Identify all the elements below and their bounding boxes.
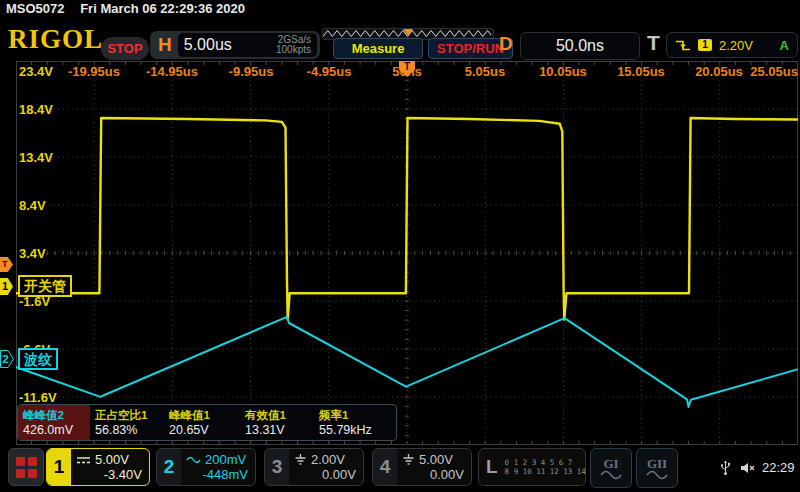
digital-channels-button[interactable]: L 0 1 2 3 4 5 6 7 8 9 10 11 12 13 14 15 — [478, 448, 586, 486]
voltage-label: 8.4V — [19, 198, 46, 213]
measurement-item[interactable]: 频率1 55.79kHz — [314, 405, 394, 440]
ch1-waveform-label[interactable]: 开关管 — [18, 275, 72, 297]
digital-channel-list: 0 1 2 3 4 5 6 7 8 9 10 11 12 13 14 15 — [505, 458, 600, 476]
channel2-info: 200mV -448mV — [181, 449, 255, 485]
channel1-offset: -3.40V — [76, 467, 142, 482]
menu-square — [28, 469, 37, 478]
timebase-panel: 5.00us 2GSa/s 100kpts — [178, 33, 317, 57]
measurement-item[interactable]: 峰峰值1 20.65V — [164, 405, 240, 440]
time-label: 10.05us — [523, 64, 603, 79]
time-label: 5.05us — [445, 64, 525, 79]
speaker-muted-icon[interactable] — [740, 462, 755, 474]
sine-icon — [600, 470, 622, 480]
digital-row2: 8 9 10 11 12 13 14 15 — [505, 467, 600, 476]
measurement-name: 峰峰值1 — [169, 408, 240, 423]
voltage-label: -11.6V — [19, 390, 57, 405]
trigger-label: T — [647, 31, 660, 55]
channel1-number: 1 — [47, 449, 71, 485]
model-name: MSO5072 — [6, 1, 65, 16]
menu-grid-button[interactable] — [8, 448, 44, 486]
measure-button[interactable]: Measure — [333, 38, 423, 59]
bottom-status-bar: 1 5.00V -3.40V 2 200mV — [0, 446, 800, 492]
channel2-scale: 200mV — [205, 452, 246, 467]
measurement-item[interactable]: 正占空比1 56.83% — [90, 405, 164, 440]
waveform-display: 23.4V 18.4V 13.4V 8.4V 3.4V -1.6V -6.6V … — [16, 61, 798, 445]
channel2-number: 2 — [157, 449, 181, 485]
run-state-badge: STOP — [101, 37, 149, 60]
measurement-value: 426.0mV — [23, 423, 90, 437]
measurement-name: 频率1 — [319, 408, 394, 423]
trigger-level-value: 2.20V — [719, 38, 753, 53]
ch1-position-marker[interactable]: 1 — [0, 278, 13, 295]
delay-panel[interactable]: 50.0ns — [520, 32, 640, 60]
datetime: Fri March 06 22:29:36 2020 — [80, 1, 245, 16]
time-label: -14.95us — [132, 64, 212, 79]
clock: 22:29 — [762, 460, 795, 475]
measurement-name: 有效值1 — [245, 408, 314, 423]
ground-coupling-icon — [402, 454, 415, 465]
voltage-label: 18.4V — [19, 102, 53, 117]
channel1-scale: 5.00V — [95, 452, 129, 467]
menu-square — [16, 469, 25, 478]
channel3-button[interactable]: 3 2.00V 0.00V — [264, 448, 364, 486]
timebase-value: 5.00us — [184, 36, 232, 54]
measurement-value: 55.79kHz — [319, 423, 394, 437]
sine-icon — [646, 470, 668, 480]
title-bar: MSO5072 Fri March 06 22:29:36 2020 — [6, 1, 245, 16]
usb-icon — [720, 460, 731, 476]
measurement-value: 20.65V — [169, 423, 240, 437]
delay-label: D — [499, 33, 513, 55]
acquisition-info: 2GSa/s 100kpts — [276, 35, 311, 55]
ground-coupling-icon — [294, 454, 307, 465]
trigger-source-badge: 1 — [698, 39, 712, 51]
channel3-info: 2.00V 0.00V — [289, 449, 363, 485]
ch2-position-marker[interactable]: 2 — [0, 350, 14, 368]
time-label: -19.95us — [54, 64, 134, 79]
trigger-sweep-mode: A — [780, 38, 789, 53]
channel1-info: 5.00V -3.40V — [71, 449, 149, 485]
voltage-label: 23.4V — [19, 64, 53, 79]
waveform-plot — [16, 61, 798, 445]
memory-depth: 100kpts — [276, 45, 311, 55]
horizontal-timebase-panel[interactable]: H 5.00us 2GSa/s 100kpts — [150, 31, 320, 59]
channel2-button[interactable]: 2 200mV -448mV — [156, 448, 256, 486]
channel4-button[interactable]: 4 5.00V 0.00V — [372, 448, 472, 486]
trigger-panel[interactable]: 1 2.20V A — [666, 32, 798, 58]
oscilloscope-screen: MSO5072 Fri March 06 22:29:36 2020 RIGOL… — [0, 0, 800, 492]
generator1-label: GI — [603, 457, 618, 470]
measurement-value: 13.31V — [245, 423, 314, 437]
ch2-waveform-label[interactable]: 波纹 — [18, 348, 58, 370]
falling-edge-icon — [675, 39, 691, 52]
horizontal-label: H — [158, 34, 172, 56]
dc-coupling-icon — [76, 455, 91, 465]
channel4-info: 5.00V 0.00V — [397, 449, 471, 485]
channel3-number: 3 — [265, 449, 289, 485]
measurement-item[interactable]: 有效值1 13.31V — [240, 405, 314, 440]
time-label: 15.05us — [601, 64, 681, 79]
channel4-number: 4 — [373, 449, 397, 485]
generator1-button[interactable]: GI — [590, 448, 632, 488]
measurement-item[interactable]: 峰峰值2 426.0mV — [18, 405, 90, 440]
time-label: -9.95us — [211, 64, 291, 79]
ac-coupling-icon — [186, 455, 201, 465]
channel3-scale: 2.00V — [311, 452, 345, 467]
channel3-offset: 0.00V — [294, 467, 356, 482]
channel1-button[interactable]: 1 5.00V -3.40V — [46, 448, 150, 486]
time-label: 25.05us — [728, 64, 798, 79]
channel2-offset: -448mV — [186, 467, 248, 482]
measurement-value: 56.83% — [95, 423, 164, 437]
voltage-label: 3.4V — [19, 246, 46, 261]
svg-text:2: 2 — [3, 353, 9, 365]
generator2-label: GII — [647, 457, 667, 470]
channel4-offset: 0.00V — [402, 467, 464, 482]
rigol-logo: RIGOL — [8, 24, 103, 55]
measurement-name: 峰峰值2 — [23, 408, 90, 423]
generator2-button[interactable]: GII — [636, 448, 678, 488]
voltage-label: 13.4V — [19, 150, 53, 165]
measurement-bar[interactable]: 峰峰值2 426.0mV 正占空比1 56.83% 峰峰值1 20.65V 有效… — [17, 404, 397, 441]
trigger-level-marker[interactable]: T — [0, 257, 13, 272]
record-trigger-marker — [403, 29, 413, 36]
menu-square — [16, 457, 25, 466]
measurement-name: 正占空比1 — [95, 408, 164, 423]
menu-square — [28, 457, 37, 466]
